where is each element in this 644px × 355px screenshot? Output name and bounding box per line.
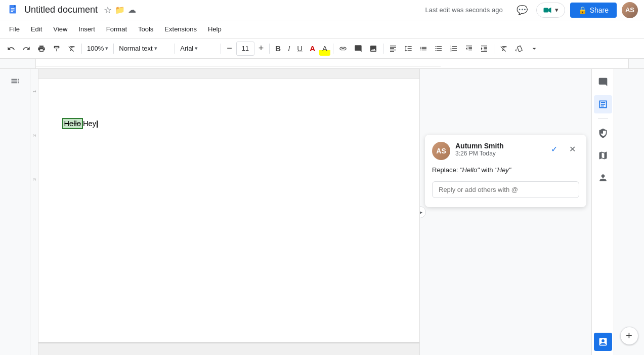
divider-4 [221,44,221,54]
comment-actions: ✓ ✕ [547,142,579,156]
menu-insert[interactable]: Insert [73,23,100,35]
menu-edit[interactable]: Edit [26,23,47,35]
menu-help[interactable]: Help [203,23,227,35]
comment-username: Autumn Smith [455,142,542,150]
checklist-button[interactable] [416,42,431,56]
svg-rect-5 [543,8,548,12]
menu-format[interactable]: Format [101,23,132,35]
sidebar-notes-icon[interactable] [594,95,612,113]
svg-marker-6 [548,7,551,13]
increase-indent-button[interactable] [477,42,491,56]
meet-button[interactable]: ▾ [536,3,565,18]
font-size-decrease-button[interactable]: − [224,42,235,56]
styles-button[interactable] [512,42,526,56]
font-selector[interactable]: Arial ▾ [178,42,218,56]
title-bar: Untitled document ☆ 📁 ☁ Last edit was se… [0,0,644,20]
sidebar-divider [598,119,608,119]
menu-extensions[interactable]: Extensions [159,23,202,35]
zoom-selector[interactable]: 100% ▾ [84,42,111,56]
paragraph-style-selector[interactable]: Normal text ▾ [116,42,172,56]
print-button[interactable] [34,42,49,56]
comment-reply-input[interactable] [432,181,579,198]
comment-avatar: AS [432,142,450,160]
text-cursor [97,121,98,128]
chat-icon[interactable]: 💬 [513,1,531,19]
smart-compose-icon[interactable] [594,333,612,351]
feature-sidebar [591,69,614,355]
clear-formatting-button[interactable] [497,42,511,56]
numbered-list-button[interactable] [447,42,461,56]
close-comment-button[interactable]: ✕ [565,142,579,156]
font-size-increase-button[interactable]: + [255,42,267,56]
sidebar-shield-icon[interactable] [594,124,612,142]
redo-button[interactable] [19,42,33,56]
divider-2 [113,44,114,54]
comment-body-middle: with [480,166,495,174]
paint-format-button[interactable] [50,42,64,56]
comment-timestamp: 3:26 PM Today [455,150,542,157]
text-color-button[interactable]: A [307,42,318,56]
decrease-indent-button[interactable] [462,42,476,56]
comment-new-text: "Hey" [495,166,511,174]
italic-button[interactable]: I [285,42,293,56]
svg-rect-4 [11,11,13,11]
ruler [0,59,644,69]
insert-comment-button[interactable] [351,42,365,56]
last-edit-status: Last edit was seconds ago [425,6,502,14]
cloud-icon[interactable]: ☁ [128,5,136,15]
outline-icon[interactable] [8,74,22,91]
toolbar: 100% ▾ Normal text ▾ Arial ▾ − + B I U A… [0,38,644,59]
menu-view[interactable]: View [48,23,72,35]
comment-card: AS Autumn Smith 3:26 PM Today ✓ ✕ Replac… [425,135,586,207]
star-icon[interactable]: ☆ [104,5,112,16]
insert-link-button[interactable] [336,42,350,56]
close-icon: ✕ [569,144,576,154]
clear-format-button[interactable] [65,42,79,56]
left-panel [0,69,30,355]
font-size-input[interactable] [236,42,254,56]
lock-icon: 🔒 [578,6,587,14]
comment-user-info: Autumn Smith 3:26 PM Today [455,142,542,157]
main-area: 1 2 3 HelloHey ▶ AS Autumn Smith 3:26 PM… [0,69,644,355]
comment-old-text: "Hello" [460,166,480,174]
sidebar-person-icon[interactable] [594,169,612,187]
zoom-chevron: ▾ [105,45,108,52]
tracked-change-inserted-text: Hey [83,120,96,128]
divider-3 [175,44,175,54]
folder-icon[interactable]: 📁 [115,5,125,15]
share-button[interactable]: 🔒 Share [570,3,617,18]
insert-image-button[interactable] [366,42,380,56]
ruler-inner [35,59,629,68]
expand-toolbar-button[interactable] [527,42,541,56]
user-avatar[interactable]: AS [622,2,638,18]
underline-button[interactable]: U [294,42,306,56]
comment-body-prefix: Replace: [432,166,460,174]
bold-button[interactable]: B [272,42,284,56]
align-button[interactable] [386,42,400,56]
collapse-panel-button[interactable]: ▶ [419,206,426,218]
document-title[interactable]: Untitled document [24,5,98,15]
menu-tools[interactable]: Tools [133,23,158,35]
vertical-ruler: 1 2 3 [30,69,38,355]
menu-file[interactable]: File [4,23,25,35]
share-label: Share [590,6,609,14]
avatar-initials: AS [436,147,446,155]
bullet-list-button[interactable] [432,42,446,56]
document-area[interactable]: HelloHey [38,69,419,355]
sidebar-map-icon[interactable] [594,146,612,165]
svg-rect-2 [11,8,14,9]
add-comment-button[interactable]: + [620,327,638,345]
resolve-comment-button[interactable]: ✓ [547,142,561,156]
svg-rect-3 [11,10,14,10]
document-page[interactable]: HelloHey [38,79,419,342]
comment-area: ▶ AS Autumn Smith 3:26 PM Today ✓ ✕ [419,69,591,355]
sidebar-comments-icon[interactable] [594,73,612,91]
meet-label: ▾ [555,6,559,14]
document-content[interactable]: HelloHey [62,120,396,128]
undo-button[interactable] [4,42,18,56]
highlight-button[interactable]: A [319,42,330,56]
divider-8 [494,44,494,54]
line-spacing-button[interactable] [401,42,415,56]
divider-5 [269,44,270,54]
comment-body: Replace: "Hello" with "Hey" [432,165,579,175]
